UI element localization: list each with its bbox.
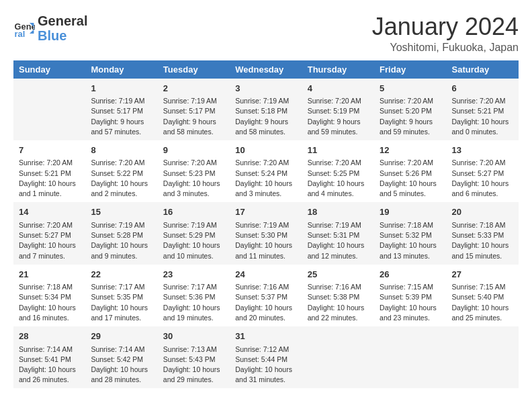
day-info: Sunrise: 7:20 AM Sunset: 5:21 PM Dayligh… <box>452 96 513 137</box>
calendar-cell: 24Sunrise: 7:16 AM Sunset: 5:37 PM Dayli… <box>230 265 302 326</box>
calendar-cell: 21Sunrise: 7:18 AM Sunset: 5:34 PM Dayli… <box>13 265 85 326</box>
calendar-cell: 10Sunrise: 7:20 AM Sunset: 5:24 PM Dayli… <box>230 140 302 202</box>
day-number: 9 <box>163 144 224 157</box>
calendar-cell: 13Sunrise: 7:20 AM Sunset: 5:27 PM Dayli… <box>447 140 519 202</box>
day-number: 25 <box>308 268 369 281</box>
page-header: Gene ral General Blue January 2024 Yoshi… <box>13 13 519 54</box>
calendar-cell: 9Sunrise: 7:20 AM Sunset: 5:23 PM Daylig… <box>158 140 230 202</box>
logo-line2: Blue <box>38 28 87 43</box>
day-number: 17 <box>235 205 296 219</box>
calendar-cell: 16Sunrise: 7:19 AM Sunset: 5:29 PM Dayli… <box>158 202 230 264</box>
calendar-cell: 31Sunrise: 7:12 AM Sunset: 5:44 PM Dayli… <box>230 326 302 388</box>
day-number: 13 <box>452 144 513 157</box>
calendar-cell: 18Sunrise: 7:19 AM Sunset: 5:31 PM Dayli… <box>302 202 374 264</box>
day-number: 24 <box>235 268 296 281</box>
week-row-5: 28Sunrise: 7:14 AM Sunset: 5:41 PM Dayli… <box>13 326 519 388</box>
calendar-cell: 28Sunrise: 7:14 AM Sunset: 5:41 PM Dayli… <box>13 326 85 388</box>
day-info: Sunrise: 7:19 AM Sunset: 5:28 PM Dayligh… <box>91 220 152 261</box>
day-number: 5 <box>380 82 441 95</box>
logo-icon: Gene ral <box>13 17 35 39</box>
day-number: 7 <box>19 144 80 157</box>
logo: Gene ral General Blue <box>13 13 87 43</box>
calendar-cell: 11Sunrise: 7:20 AM Sunset: 5:25 PM Dayli… <box>302 140 374 202</box>
day-info: Sunrise: 7:20 AM Sunset: 5:24 PM Dayligh… <box>235 158 296 199</box>
day-info: Sunrise: 7:18 AM Sunset: 5:33 PM Dayligh… <box>452 220 513 261</box>
header-row: SundayMondayTuesdayWednesdayThursdayFrid… <box>13 60 519 79</box>
day-info: Sunrise: 7:20 AM Sunset: 5:26 PM Dayligh… <box>380 158 441 199</box>
day-info: Sunrise: 7:14 AM Sunset: 5:41 PM Dayligh… <box>19 345 80 385</box>
day-info: Sunrise: 7:20 AM Sunset: 5:25 PM Dayligh… <box>308 158 369 199</box>
day-info: Sunrise: 7:14 AM Sunset: 5:42 PM Dayligh… <box>91 345 152 385</box>
day-number: 18 <box>308 205 369 219</box>
day-info: Sunrise: 7:17 AM Sunset: 5:36 PM Dayligh… <box>163 282 224 323</box>
day-info: Sunrise: 7:13 AM Sunset: 5:43 PM Dayligh… <box>163 345 224 385</box>
col-header-tuesday: Tuesday <box>158 60 230 79</box>
col-header-thursday: Thursday <box>302 60 374 79</box>
day-info: Sunrise: 7:15 AM Sunset: 5:40 PM Dayligh… <box>452 282 513 323</box>
calendar-cell: 15Sunrise: 7:19 AM Sunset: 5:28 PM Dayli… <box>85 202 157 264</box>
week-row-4: 21Sunrise: 7:18 AM Sunset: 5:34 PM Dayli… <box>13 265 519 326</box>
day-number: 15 <box>91 205 152 219</box>
calendar-cell: 23Sunrise: 7:17 AM Sunset: 5:36 PM Dayli… <box>158 265 230 326</box>
day-info: Sunrise: 7:19 AM Sunset: 5:31 PM Dayligh… <box>308 220 369 261</box>
week-row-1: 1Sunrise: 7:19 AM Sunset: 5:17 PM Daylig… <box>13 79 519 140</box>
calendar-cell <box>447 326 519 388</box>
calendar-cell: 3Sunrise: 7:19 AM Sunset: 5:18 PM Daylig… <box>230 79 302 140</box>
day-info: Sunrise: 7:20 AM Sunset: 5:21 PM Dayligh… <box>19 158 80 199</box>
calendar-cell: 2Sunrise: 7:19 AM Sunset: 5:17 PM Daylig… <box>158 79 230 140</box>
day-number: 27 <box>452 268 513 281</box>
day-number: 6 <box>452 82 513 95</box>
week-row-2: 7Sunrise: 7:20 AM Sunset: 5:21 PM Daylig… <box>13 140 519 202</box>
day-info: Sunrise: 7:20 AM Sunset: 5:19 PM Dayligh… <box>308 96 369 137</box>
svg-text:ral: ral <box>15 29 26 39</box>
calendar-cell <box>302 326 374 388</box>
week-row-3: 14Sunrise: 7:20 AM Sunset: 5:27 PM Dayli… <box>13 202 519 264</box>
calendar-cell: 25Sunrise: 7:16 AM Sunset: 5:38 PM Dayli… <box>302 265 374 326</box>
calendar-cell: 26Sunrise: 7:15 AM Sunset: 5:39 PM Dayli… <box>374 265 446 326</box>
col-header-saturday: Saturday <box>447 60 519 79</box>
day-info: Sunrise: 7:17 AM Sunset: 5:35 PM Dayligh… <box>91 282 152 323</box>
logo-line1: General <box>38 13 87 28</box>
day-number: 4 <box>308 82 369 95</box>
day-number: 19 <box>380 205 441 219</box>
day-info: Sunrise: 7:20 AM Sunset: 5:20 PM Dayligh… <box>380 96 441 137</box>
calendar-cell: 17Sunrise: 7:19 AM Sunset: 5:30 PM Dayli… <box>230 202 302 264</box>
day-number: 16 <box>163 205 224 219</box>
day-info: Sunrise: 7:18 AM Sunset: 5:32 PM Dayligh… <box>380 220 441 261</box>
day-info: Sunrise: 7:19 AM Sunset: 5:17 PM Dayligh… <box>91 96 152 137</box>
day-number: 22 <box>91 268 152 281</box>
day-number: 31 <box>235 330 296 343</box>
calendar-cell: 22Sunrise: 7:17 AM Sunset: 5:35 PM Dayli… <box>85 265 157 326</box>
day-number: 14 <box>19 205 80 219</box>
day-info: Sunrise: 7:20 AM Sunset: 5:27 PM Dayligh… <box>452 158 513 199</box>
calendar-cell: 12Sunrise: 7:20 AM Sunset: 5:26 PM Dayli… <box>374 140 446 202</box>
day-info: Sunrise: 7:16 AM Sunset: 5:37 PM Dayligh… <box>235 282 296 323</box>
day-number: 30 <box>163 330 224 343</box>
col-header-sunday: Sunday <box>13 60 85 79</box>
day-number: 21 <box>19 268 80 281</box>
title-block: January 2024 Yoshitomi, Fukuoka, Japan <box>372 13 519 54</box>
calendar-cell: 8Sunrise: 7:20 AM Sunset: 5:22 PM Daylig… <box>85 140 157 202</box>
calendar-cell: 30Sunrise: 7:13 AM Sunset: 5:43 PM Dayli… <box>158 326 230 388</box>
day-number: 23 <box>163 268 224 281</box>
day-info: Sunrise: 7:12 AM Sunset: 5:44 PM Dayligh… <box>235 345 296 385</box>
calendar-cell: 29Sunrise: 7:14 AM Sunset: 5:42 PM Dayli… <box>85 326 157 388</box>
calendar-cell <box>374 326 446 388</box>
day-number: 8 <box>91 144 152 157</box>
day-info: Sunrise: 7:18 AM Sunset: 5:34 PM Dayligh… <box>19 282 80 323</box>
calendar-cell: 19Sunrise: 7:18 AM Sunset: 5:32 PM Dayli… <box>374 202 446 264</box>
day-info: Sunrise: 7:16 AM Sunset: 5:38 PM Dayligh… <box>308 282 369 323</box>
month-title: January 2024 <box>372 13 519 40</box>
calendar-cell: 1Sunrise: 7:19 AM Sunset: 5:17 PM Daylig… <box>85 79 157 140</box>
calendar-cell: 27Sunrise: 7:15 AM Sunset: 5:40 PM Dayli… <box>447 265 519 326</box>
day-number: 26 <box>380 268 441 281</box>
day-number: 29 <box>91 330 152 343</box>
calendar-cell: 7Sunrise: 7:20 AM Sunset: 5:21 PM Daylig… <box>13 140 85 202</box>
col-header-wednesday: Wednesday <box>230 60 302 79</box>
calendar-table: SundayMondayTuesdayWednesdayThursdayFrid… <box>13 60 519 389</box>
day-info: Sunrise: 7:19 AM Sunset: 5:30 PM Dayligh… <box>235 220 296 261</box>
location: Yoshitomi, Fukuoka, Japan <box>372 42 519 54</box>
day-number: 2 <box>163 82 224 95</box>
calendar-cell: 4Sunrise: 7:20 AM Sunset: 5:19 PM Daylig… <box>302 79 374 140</box>
col-header-friday: Friday <box>374 60 446 79</box>
